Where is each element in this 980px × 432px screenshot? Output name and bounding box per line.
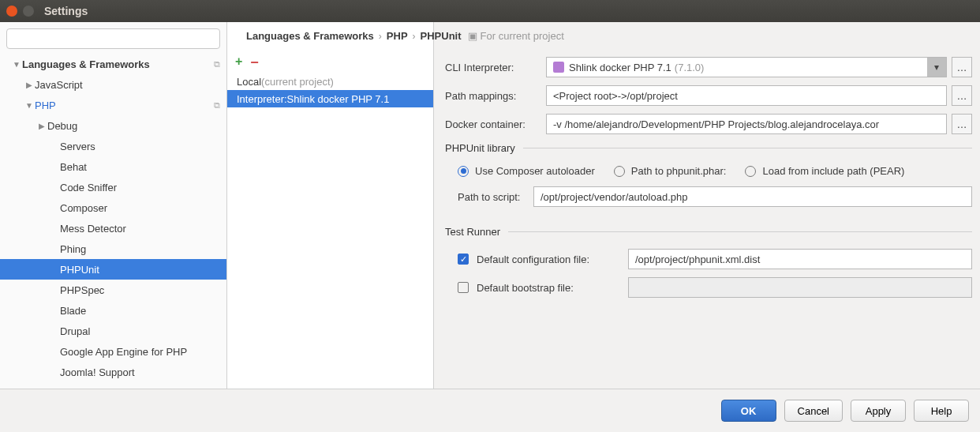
tree-item-label: Google App Engine for PHP — [60, 346, 187, 358]
sidebar-item-php[interactable]: ▼PHP⧉ — [0, 95, 226, 115]
project-icon: ▣ — [468, 30, 477, 42]
php-interpreter-icon — [553, 62, 564, 73]
default-config-checkbox[interactable]: ✓ — [458, 254, 469, 265]
tree-item-label: PHPUnit — [60, 264, 99, 276]
tree-item-label: JavaScript — [35, 79, 83, 91]
sidebar-item-composer[interactable]: Composer — [0, 197, 226, 218]
path-to-script-input[interactable]: /opt/project/vendor/autoload.php — [533, 186, 972, 207]
sidebar-item-phpunit[interactable]: PHPUnit — [0, 259, 226, 280]
interpreter-list[interactable]: Local (current project)Interpreter: Shli… — [227, 73, 433, 389]
form-panel: CLI Interpreter: Shlink docker PHP 7.1 (… — [434, 22, 980, 389]
path-mappings-label: Path mappings: — [445, 90, 546, 102]
tree-item-label: PHP — [35, 100, 56, 111]
sidebar-item-servers[interactable]: Servers — [0, 136, 226, 156]
browse-button[interactable]: … — [952, 114, 972, 134]
docker-container-input[interactable]: -v /home/alejandro/Development/PHP Proje… — [546, 114, 947, 134]
tree-item-label: Languages & Frameworks — [22, 58, 150, 70]
apply-button[interactable]: Apply — [851, 400, 906, 422]
chevron-down-icon: ▾ — [927, 57, 946, 77]
dialog-footer: OK Cancel Apply Help — [0, 389, 980, 432]
default-bootstrap-input — [628, 277, 972, 298]
breadcrumb-part3: PHPUnit — [421, 30, 462, 42]
breadcrumb: Languages & Frameworks › PHP › PHPUnit ▣… — [235, 22, 974, 50]
path-mappings-input[interactable]: <Project root>->/opt/project — [546, 85, 947, 106]
tree-item-label: Code Sniffer — [60, 182, 117, 193]
titlebar: Settings — [0, 0, 980, 22]
browse-button[interactable]: … — [952, 57, 972, 77]
chevron-right-icon: ▶ — [36, 122, 47, 130]
sidebar-item-mess-detector[interactable]: Mess Detector — [0, 218, 226, 239]
sidebar-item-behat[interactable]: Behat — [0, 156, 226, 177]
sidebar-item-joomla-support[interactable]: Joomla! Support — [0, 362, 226, 382]
phpunit-library-fieldset: PHPUnit library Use Composer autoloader … — [445, 142, 972, 218]
path-to-script-label: Path to script: — [458, 191, 533, 203]
breadcrumb-part1: Languages & Frameworks — [246, 30, 374, 42]
interpreter-list-item[interactable]: Local (current project) — [227, 73, 433, 90]
sidebar-item-javascript[interactable]: ▶JavaScript — [0, 74, 226, 95]
tree-item-label: Debug — [47, 120, 77, 132]
load-from-include-radio[interactable]: Load from include path (PEAR) — [745, 165, 904, 177]
sidebar-item-google-app-engine-for-php[interactable]: Google App Engine for PHP — [0, 341, 226, 362]
test-runner-fieldset: Test Runner ✓ Default configuration file… — [445, 226, 972, 309]
sidebar-item-code-sniffer[interactable]: Code Sniffer — [0, 177, 226, 197]
cli-interpreter-combo[interactable]: Shlink docker PHP 7.1 (7.1.0) ▾ — [546, 57, 947, 77]
interpreter-list-item[interactable]: Interpreter: Shlink docker PHP 7.1 — [227, 90, 433, 107]
sidebar-item-debug[interactable]: ▶Debug — [0, 115, 226, 136]
chevron-down-icon: ▼ — [24, 101, 35, 110]
sidebar-item-phing[interactable]: Phing — [0, 239, 226, 259]
breadcrumb-note: ▣ For current project — [468, 30, 564, 42]
tree-item-label: Blade — [60, 305, 86, 317]
copy-icon: ⧉ — [214, 100, 220, 111]
default-config-input[interactable]: /opt/project/phpunit.xml.dist — [628, 249, 972, 269]
sidebar-item-blade[interactable]: Blade — [0, 300, 226, 321]
settings-tree[interactable]: ▼Languages & Frameworks⧉▶JavaScript▼PHP⧉… — [0, 54, 226, 389]
copy-icon: ⧉ — [214, 59, 220, 69]
tree-item-label: PHPSpec — [60, 284, 104, 296]
tree-item-label: Behat — [60, 161, 87, 173]
ok-button[interactable]: OK — [721, 400, 776, 422]
chevron-right-icon: › — [413, 31, 416, 42]
tree-item-label: Mess Detector — [60, 223, 126, 235]
tree-item-label: Composer — [60, 202, 107, 214]
use-composer-radio[interactable]: Use Composer autoloader — [458, 165, 595, 177]
interpreter-list-panel: + − Local (current project)Interpreter: … — [227, 22, 434, 389]
cancel-button[interactable]: Cancel — [784, 400, 843, 422]
sidebar-item-languages-frameworks[interactable]: ▼Languages & Frameworks⧉ — [0, 54, 226, 74]
chevron-right-icon: › — [379, 31, 382, 42]
cli-interpreter-label: CLI Interpreter: — [445, 62, 546, 73]
help-button[interactable]: Help — [914, 400, 969, 422]
default-bootstrap-checkbox[interactable] — [458, 282, 469, 293]
tree-item-label: Phing — [60, 243, 86, 255]
remove-button[interactable]: − — [250, 55, 259, 69]
breadcrumb-part2: PHP — [387, 30, 408, 42]
tree-item-label: Drupal — [60, 325, 90, 337]
docker-container-label: Docker container: — [445, 118, 546, 130]
close-window-icon[interactable] — [6, 6, 17, 17]
path-to-phar-radio[interactable]: Path to phpunit.phar: — [614, 165, 727, 177]
default-config-label: Default configuration file: — [477, 254, 620, 265]
browse-button[interactable]: … — [952, 85, 972, 106]
sidebar-item-drupal[interactable]: Drupal — [0, 321, 226, 341]
settings-sidebar: 🔍 ▼Languages & Frameworks⧉▶JavaScript▼PH… — [0, 22, 227, 389]
default-bootstrap-label: Default bootstrap file: — [477, 282, 620, 294]
window-title: Settings — [44, 5, 88, 17]
tree-item-label: Joomla! Support — [60, 366, 135, 378]
sidebar-item-phpspec[interactable]: PHPSpec — [0, 280, 226, 300]
tree-item-label: Servers — [60, 141, 95, 152]
radio-icon — [614, 166, 625, 177]
minimize-window-icon[interactable] — [23, 6, 34, 17]
chevron-down-icon: ▼ — [11, 60, 22, 69]
chevron-right-icon: ▶ — [24, 81, 35, 89]
radio-icon — [458, 166, 469, 177]
search-input[interactable] — [6, 28, 220, 49]
add-button[interactable]: + — [235, 55, 242, 69]
radio-icon — [745, 166, 756, 177]
